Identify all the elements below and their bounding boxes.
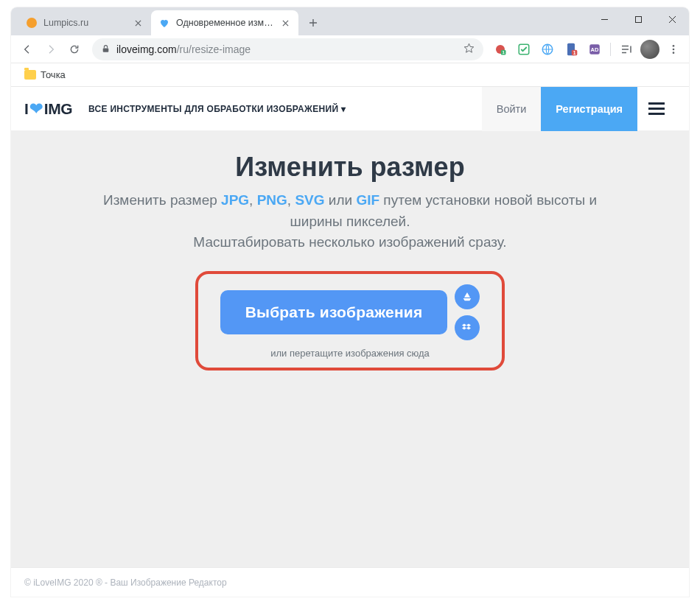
reading-list-icon[interactable] xyxy=(617,40,636,59)
bookmark-star-icon[interactable] xyxy=(463,43,475,56)
signup-button[interactable]: Регистрация xyxy=(541,87,637,131)
tab-title: Lumpics.ru xyxy=(43,18,129,28)
bookmark-label: Точка xyxy=(41,69,66,80)
upload-callout: Выбрать изображения или перетащите изобр… xyxy=(195,271,505,371)
google-drive-icon xyxy=(461,291,473,303)
extension-icon[interactable]: 1 xyxy=(561,40,581,59)
reload-button[interactable] xyxy=(64,39,85,60)
browser-tab-iloveimg[interactable]: Одновременное изменение ра xyxy=(151,10,298,35)
main-content: Изменить размер Изменить размер JPG, PNG… xyxy=(11,131,689,567)
google-drive-button[interactable] xyxy=(455,284,480,309)
svg-text:1: 1 xyxy=(573,49,576,55)
titlebar: Lumpics.ru Одновременное изменение ра xyxy=(11,7,689,35)
extension-icon[interactable]: AD xyxy=(585,40,604,59)
close-icon[interactable] xyxy=(132,17,144,29)
select-images-button[interactable]: Выбрать изображения xyxy=(220,290,448,334)
extension-icon[interactable] xyxy=(514,40,533,59)
svg-rect-1 xyxy=(635,16,641,22)
toolbar-divider xyxy=(610,43,611,56)
login-label: Войти xyxy=(497,103,527,115)
browser-tab-lumpics[interactable]: Lumpics.ru xyxy=(18,10,151,35)
svg-point-15 xyxy=(673,52,675,54)
browser-toolbar: iloveimg.com/ru/resize-image 1 1 AD xyxy=(11,35,689,63)
hamburger-icon xyxy=(648,108,665,110)
chevron-down-icon: ▾ xyxy=(341,104,346,114)
folder-icon xyxy=(24,70,36,80)
forward-button[interactable] xyxy=(41,39,61,60)
heart-icon: ❤ xyxy=(29,99,43,119)
upload-button-label: Выбрать изображения xyxy=(245,303,423,320)
footer-text: © iLoveIMG 2020 ® - Ваш Изображение Реда… xyxy=(24,577,227,588)
bookmark-item[interactable]: Точка xyxy=(21,68,69,82)
extension-icon[interactable]: 1 xyxy=(491,40,510,59)
lock-icon xyxy=(101,44,111,54)
bookmarks-bar: Точка xyxy=(11,63,689,87)
favicon-iloveimg xyxy=(158,17,170,29)
new-tab-button[interactable] xyxy=(303,13,323,33)
site-logo[interactable]: I ❤ IMG xyxy=(24,99,72,119)
close-icon[interactable] xyxy=(279,17,291,29)
tools-dropdown[interactable]: ВСЕ ИНСТРУМЕНТЫ ДЛЯ ОБРАБОТКИ ИЗОБРАЖЕНИ… xyxy=(88,104,346,114)
logo-text: IMG xyxy=(44,100,72,118)
menu-button[interactable] xyxy=(637,87,676,131)
svg-rect-2 xyxy=(103,48,109,52)
svg-text:AD: AD xyxy=(591,46,599,53)
svg-point-0 xyxy=(27,18,37,28)
login-button[interactable]: Войти xyxy=(482,87,542,131)
url-text: iloveimg.com/ru/resize-image xyxy=(116,43,458,55)
address-bar[interactable]: iloveimg.com/ru/resize-image xyxy=(92,38,483,60)
drag-hint-text: или перетащите изображения сюда xyxy=(270,348,430,359)
page-subtitle: Изменить размер JPG, PNG, SVG или GIF пу… xyxy=(85,190,615,253)
browser-menu-button[interactable] xyxy=(664,40,683,59)
extension-icon[interactable] xyxy=(538,40,557,59)
dropbox-icon xyxy=(461,322,473,334)
signup-label: Регистрация xyxy=(556,103,623,115)
site-header: I ❤ IMG ВСЕ ИНСТРУМЕНТЫ ДЛЯ ОБРАБОТКИ ИЗ… xyxy=(11,87,689,131)
window-minimize-button[interactable] xyxy=(587,7,621,31)
dropbox-button[interactable] xyxy=(455,315,480,340)
window-maximize-button[interactable] xyxy=(621,7,655,31)
page-title: Изменить размер xyxy=(235,152,464,183)
favicon-lumpics xyxy=(26,17,38,29)
tools-menu-label: ВСЕ ИНСТРУМЕНТЫ ДЛЯ ОБРАБОТКИ ИЗОБРАЖЕНИ… xyxy=(88,104,338,114)
logo-text: I xyxy=(24,100,28,118)
back-button[interactable] xyxy=(17,39,38,60)
window-close-button[interactable] xyxy=(655,7,689,31)
svg-point-13 xyxy=(673,45,675,47)
svg-point-14 xyxy=(673,48,675,50)
profile-avatar[interactable] xyxy=(640,40,659,59)
tab-title: Одновременное изменение ра xyxy=(176,18,276,28)
site-footer: © iLoveIMG 2020 ® - Ваш Изображение Реда… xyxy=(11,567,689,597)
